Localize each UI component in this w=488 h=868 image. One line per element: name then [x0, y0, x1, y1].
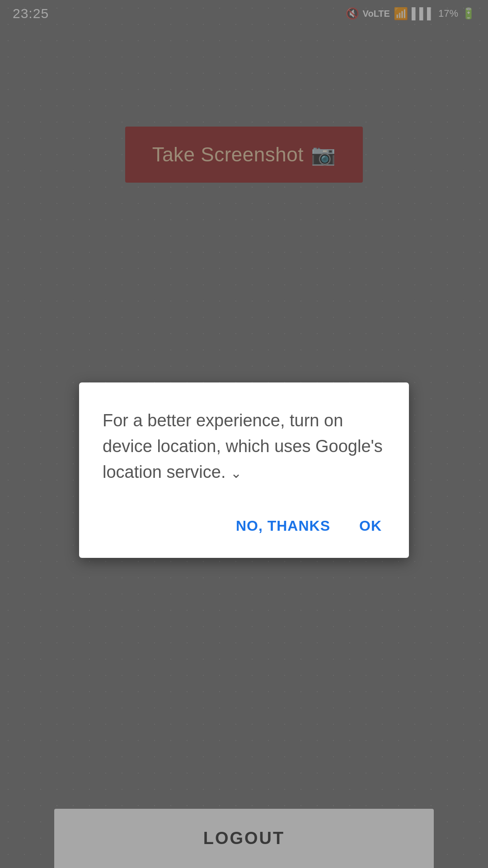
dialog-message: For a better experience, turn on device … — [103, 408, 385, 485]
dialog-actions: NO, THANKS OK — [103, 512, 385, 540]
dialog-overlay: For a better experience, turn on device … — [0, 0, 488, 868]
ok-button[interactable]: OK — [356, 512, 385, 540]
location-dialog: For a better experience, turn on device … — [79, 382, 409, 558]
chevron-down-icon: ⌄ — [230, 466, 242, 481]
no-thanks-button[interactable]: NO, THANKS — [232, 512, 334, 540]
